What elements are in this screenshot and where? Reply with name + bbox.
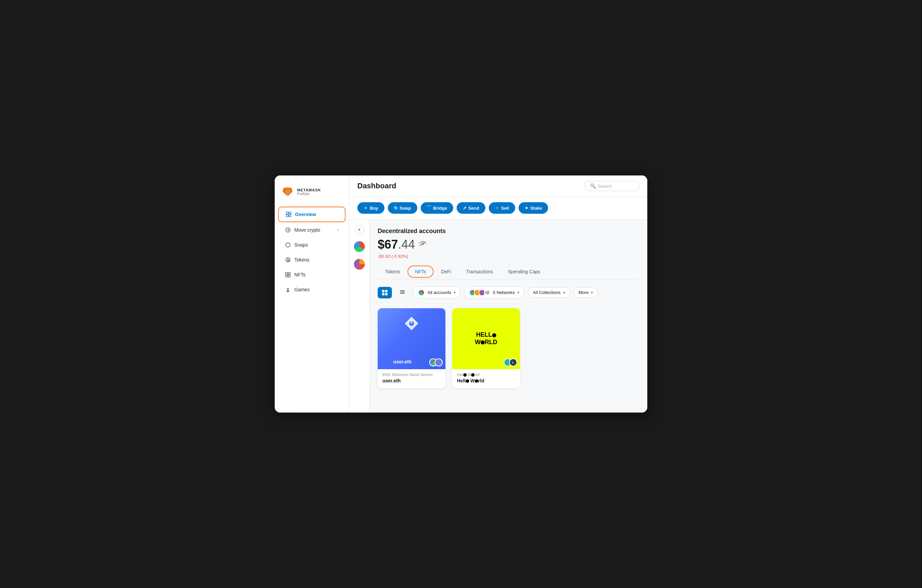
networks-filter[interactable]: +2 5 Networks ▾ xyxy=(464,287,524,299)
balance-row: $67.44 xyxy=(378,237,639,252)
balance-dollars: $67 xyxy=(378,237,398,252)
svg-rect-20 xyxy=(385,293,387,296)
sidebar: METAMASK Portfolio Overview xyxy=(275,175,349,413)
buy-label: Buy xyxy=(370,206,378,211)
filter-row: All accounts ▾ +2 5 Networks ▾ xyxy=(378,286,639,299)
grid-view-button[interactable] xyxy=(378,287,392,299)
logo-name: METAMASK xyxy=(297,188,321,192)
hw-info: Hell Wrld! Hell Wrld xyxy=(452,369,520,388)
sidebar-item-label-nfts: NFTs xyxy=(294,272,306,278)
collections-chevron-icon: ▾ xyxy=(563,291,565,294)
sidebar-item-move-crypto[interactable]: Move crypto › xyxy=(278,223,345,237)
balance-amount: $67.44 xyxy=(378,237,415,252)
right-panel: Decentralized accounts $67.44 -$0.62 (-0… xyxy=(369,219,647,413)
svg-rect-12 xyxy=(288,272,290,274)
nft-card-ens[interactable]: user.eth ENS: Ethereum Name Service user… xyxy=(378,308,445,388)
swap-icon: ↻ xyxy=(394,206,398,211)
networks-chevron-icon: ▾ xyxy=(518,291,519,294)
hw-text-content: HELL WRLD xyxy=(475,331,497,346)
hw-badge: L xyxy=(504,358,517,366)
buy-button[interactable]: ＋ Buy xyxy=(357,202,384,214)
networks-plus-badge: +2 xyxy=(484,289,490,296)
content-area: + Decentralized accounts $67.44 xyxy=(349,219,647,413)
ens-diamond-icon xyxy=(403,315,420,332)
ens-collection-name: ENS: Ethereum Name Service xyxy=(383,372,441,377)
main-content: Dashboard 🔍 Search ＋ Buy ↻ Swap ⌒ Bridge… xyxy=(349,175,647,413)
sell-label: Sell xyxy=(501,206,509,211)
tab-defi[interactable]: DeFi xyxy=(433,266,459,279)
ens-token-name: user.eth xyxy=(383,378,441,384)
sell-button[interactable]: － Sell xyxy=(489,202,515,214)
svg-point-4 xyxy=(289,192,289,193)
tab-nfts[interactable]: NFTs xyxy=(407,266,433,278)
minus-icon: － xyxy=(495,205,499,211)
svg-rect-6 xyxy=(289,212,291,214)
search-label: Search xyxy=(598,184,612,189)
sidebar-item-label-overview: Overview xyxy=(295,212,316,217)
hw-collection-name: Hell Wrld! xyxy=(457,372,515,377)
svg-rect-8 xyxy=(289,215,291,217)
more-filter[interactable]: More ▾ xyxy=(574,287,598,298)
ens-card-name: user.eth xyxy=(393,359,412,369)
networks-label: 5 Networks xyxy=(493,290,515,295)
accounts-icon-group xyxy=(418,289,425,296)
tab-transactions[interactable]: Transactions xyxy=(459,266,501,279)
move-crypto-left: Move crypto xyxy=(285,227,320,233)
all-accounts-label: All accounts xyxy=(427,290,451,295)
logo-sub: Portfolio xyxy=(297,192,321,196)
plus-icon: ＋ xyxy=(363,205,368,211)
stake-icon: ✦ xyxy=(525,206,528,211)
swap-label: Swap xyxy=(400,206,411,211)
search-icon: 🔍 xyxy=(590,183,596,189)
section-title: Decentralized accounts xyxy=(378,228,639,235)
collections-label: All Collections xyxy=(533,290,561,295)
sidebar-item-overview[interactable]: Overview xyxy=(278,207,345,222)
sidebar-item-label-snaps: Snaps xyxy=(294,242,308,248)
sidebar-item-games[interactable]: Games xyxy=(278,283,345,297)
search-bar[interactable]: 🔍 Search xyxy=(585,181,639,191)
metamask-logo-icon xyxy=(281,186,294,198)
hw-token-name: Hell Wrld xyxy=(457,378,515,384)
tab-tokens[interactable]: Tokens xyxy=(378,266,407,279)
page-title: Dashboard xyxy=(357,181,396,190)
collections-filter[interactable]: All Collections ▾ xyxy=(528,287,570,298)
bridge-button[interactable]: ⌒ Bridge xyxy=(421,202,453,214)
nft-image-hw: HELL WRLD L xyxy=(452,308,520,369)
list-view-button[interactable] xyxy=(395,286,410,299)
ens-badge xyxy=(429,358,443,366)
ens-badge-network-icon xyxy=(435,358,443,366)
account-dot-2[interactable] xyxy=(354,259,365,270)
svg-rect-17 xyxy=(382,290,384,292)
all-accounts-filter[interactable]: All accounts ▾ xyxy=(413,287,461,299)
sidebar-item-nfts[interactable]: NFTs xyxy=(278,268,345,282)
action-buttons-bar: ＋ Buy ↻ Swap ⌒ Bridge ↗ Send － Sell ✦ St… xyxy=(349,197,647,219)
svg-rect-14 xyxy=(288,275,290,277)
add-account-button[interactable]: + xyxy=(355,225,364,234)
nfts-icon xyxy=(285,272,291,278)
networks-icon-group: +2 xyxy=(469,289,490,296)
nft-image-ens: user.eth xyxy=(378,308,445,369)
bridge-icon: ⌒ xyxy=(427,205,431,211)
svg-rect-7 xyxy=(286,215,288,217)
tab-spending-caps[interactable]: Spending Caps xyxy=(500,266,548,279)
sidebar-item-tokens[interactable]: Tokens xyxy=(278,253,345,267)
bridge-label: Bridge xyxy=(433,206,447,211)
sidebar-item-label-tokens: Tokens xyxy=(294,257,309,263)
account-filter-icon-1 xyxy=(418,289,425,296)
logo-text: METAMASK Portfolio xyxy=(297,188,321,196)
sidebar-item-snaps[interactable]: Snaps xyxy=(278,238,345,252)
swap-button[interactable]: ↻ Swap xyxy=(388,202,417,214)
hide-balance-icon[interactable] xyxy=(419,241,427,248)
stake-button[interactable]: ✦ Stake xyxy=(518,202,548,214)
list-view-icon xyxy=(399,289,405,295)
svg-rect-13 xyxy=(286,275,288,277)
send-button[interactable]: ↗ Send xyxy=(456,202,486,214)
move-crypto-icon xyxy=(285,227,291,233)
account-dot-1[interactable] xyxy=(354,241,365,252)
tabs: Tokens NFTs DeFi Transactions Spending C… xyxy=(378,266,639,279)
nft-card-hello-world[interactable]: HELL WRLD L Hell Wrld! xyxy=(452,308,520,388)
app-window: METAMASK Portfolio Overview xyxy=(275,175,647,413)
accounts-chevron-icon: ▾ xyxy=(454,291,456,294)
ens-info: ENS: Ethereum Name Service user.eth xyxy=(378,369,445,388)
tokens-icon xyxy=(285,257,291,263)
